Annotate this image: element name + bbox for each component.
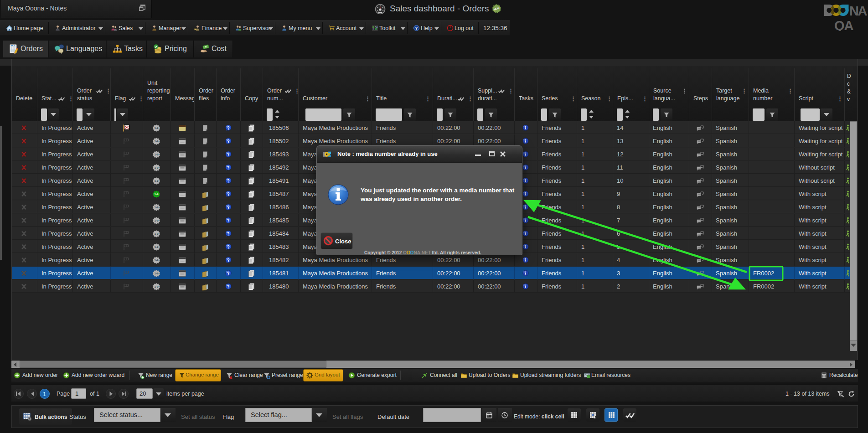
svg-text:QA: QA [834,18,854,31]
svg-text:NA: NA [849,4,867,18]
